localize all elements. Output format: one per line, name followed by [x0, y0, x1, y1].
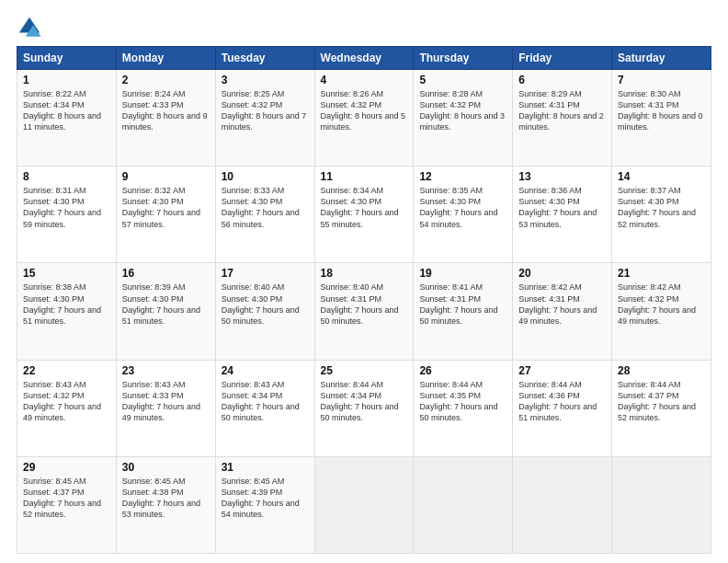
day-cell [414, 456, 513, 553]
day-cell: 29 Sunrise: 8:45 AMSunset: 4:37 PMDaylig… [17, 456, 117, 553]
day-number: 18 [321, 267, 408, 280]
day-info: Sunrise: 8:34 AMSunset: 4:30 PMDaylight:… [321, 185, 408, 230]
header-cell-saturday: Saturday [612, 47, 711, 70]
week-row-5: 29 Sunrise: 8:45 AMSunset: 4:37 PMDaylig… [17, 456, 711, 553]
day-info: Sunrise: 8:39 AMSunset: 4:30 PMDaylight:… [122, 282, 210, 327]
day-info: Sunrise: 8:42 AMSunset: 4:31 PMDaylight:… [518, 282, 606, 327]
week-row-4: 22 Sunrise: 8:43 AMSunset: 4:32 PMDaylig… [17, 360, 711, 456]
day-cell: 23 Sunrise: 8:43 AMSunset: 4:33 PMDaylig… [116, 360, 215, 456]
day-info: Sunrise: 8:40 AMSunset: 4:31 PMDaylight:… [321, 282, 408, 327]
day-number: 25 [321, 364, 408, 377]
day-cell: 4 Sunrise: 8:26 AMSunset: 4:32 PMDayligh… [314, 70, 414, 167]
day-info: Sunrise: 8:45 AMSunset: 4:38 PMDaylight:… [122, 476, 210, 521]
day-number: 10 [222, 170, 309, 183]
day-cell: 5 Sunrise: 8:28 AMSunset: 4:32 PMDayligh… [414, 70, 513, 167]
day-number: 29 [23, 461, 110, 474]
day-cell: 8 Sunrise: 8:31 AMSunset: 4:30 PMDayligh… [17, 167, 117, 263]
day-number: 11 [321, 170, 408, 183]
day-info: Sunrise: 8:43 AMSunset: 4:33 PMDaylight:… [122, 379, 210, 424]
day-number: 12 [419, 170, 506, 183]
header-row: SundayMondayTuesdayWednesdayThursdayFrid… [17, 47, 711, 70]
day-number: 22 [23, 364, 110, 377]
day-info: Sunrise: 8:43 AMSunset: 4:32 PMDaylight:… [23, 379, 110, 424]
week-row-3: 15 Sunrise: 8:38 AMSunset: 4:30 PMDaylig… [17, 263, 711, 360]
day-info: Sunrise: 8:25 AMSunset: 4:32 PMDaylight:… [222, 88, 309, 133]
day-cell: 19 Sunrise: 8:41 AMSunset: 4:31 PMDaylig… [414, 263, 513, 360]
day-number: 9 [122, 170, 210, 183]
day-number: 24 [222, 364, 309, 377]
day-info: Sunrise: 8:32 AMSunset: 4:30 PMDaylight:… [122, 185, 210, 230]
day-number: 20 [518, 267, 606, 280]
calendar-table: SundayMondayTuesdayWednesdayThursdayFrid… [17, 46, 711, 554]
day-cell: 20 Sunrise: 8:42 AMSunset: 4:31 PMDaylig… [513, 263, 612, 360]
day-info: Sunrise: 8:26 AMSunset: 4:32 PMDaylight:… [321, 88, 408, 133]
header [17, 15, 711, 40]
day-number: 19 [419, 267, 506, 280]
day-cell: 13 Sunrise: 8:36 AMSunset: 4:30 PMDaylig… [513, 167, 612, 263]
week-row-1: 1 Sunrise: 8:22 AMSunset: 4:34 PMDayligh… [17, 70, 711, 167]
day-cell: 16 Sunrise: 8:39 AMSunset: 4:30 PMDaylig… [116, 263, 215, 360]
logo-icon [17, 15, 42, 40]
day-cell: 28 Sunrise: 8:44 AMSunset: 4:37 PMDaylig… [612, 360, 711, 456]
day-number: 6 [518, 74, 606, 86]
day-cell: 12 Sunrise: 8:35 AMSunset: 4:30 PMDaylig… [414, 167, 513, 263]
day-number: 23 [122, 364, 210, 377]
day-cell: 6 Sunrise: 8:29 AMSunset: 4:31 PMDayligh… [513, 70, 612, 167]
day-info: Sunrise: 8:29 AMSunset: 4:31 PMDaylight:… [518, 88, 606, 133]
day-cell: 25 Sunrise: 8:44 AMSunset: 4:34 PMDaylig… [314, 360, 414, 456]
logo [17, 15, 46, 40]
day-info: Sunrise: 8:33 AMSunset: 4:30 PMDaylight:… [222, 185, 309, 230]
day-info: Sunrise: 8:44 AMSunset: 4:36 PMDaylight:… [518, 379, 606, 424]
day-number: 1 [23, 74, 110, 86]
day-cell: 18 Sunrise: 8:40 AMSunset: 4:31 PMDaylig… [314, 263, 414, 360]
day-info: Sunrise: 8:28 AMSunset: 4:32 PMDaylight:… [419, 88, 506, 133]
day-cell: 14 Sunrise: 8:37 AMSunset: 4:30 PMDaylig… [612, 167, 711, 263]
day-number: 4 [321, 74, 408, 86]
header-cell-friday: Friday [513, 47, 612, 70]
header-cell-tuesday: Tuesday [215, 47, 314, 70]
day-cell: 3 Sunrise: 8:25 AMSunset: 4:32 PMDayligh… [215, 70, 314, 167]
day-info: Sunrise: 8:42 AMSunset: 4:32 PMDaylight:… [618, 282, 705, 327]
header-cell-thursday: Thursday [414, 47, 513, 70]
calendar-body: 1 Sunrise: 8:22 AMSunset: 4:34 PMDayligh… [17, 70, 711, 554]
day-info: Sunrise: 8:30 AMSunset: 4:31 PMDaylight:… [618, 88, 705, 133]
day-number: 3 [222, 74, 309, 86]
day-info: Sunrise: 8:35 AMSunset: 4:30 PMDaylight:… [419, 185, 506, 230]
day-info: Sunrise: 8:45 AMSunset: 4:37 PMDaylight:… [23, 476, 110, 521]
header-cell-sunday: Sunday [17, 47, 117, 70]
day-number: 27 [518, 364, 606, 377]
day-cell: 26 Sunrise: 8:44 AMSunset: 4:35 PMDaylig… [414, 360, 513, 456]
header-cell-monday: Monday [116, 47, 215, 70]
day-number: 17 [222, 267, 309, 280]
day-number: 15 [23, 267, 110, 280]
day-number: 5 [419, 74, 506, 86]
day-cell: 31 Sunrise: 8:45 AMSunset: 4:39 PMDaylig… [215, 456, 314, 553]
day-cell [612, 456, 711, 553]
header-cell-wednesday: Wednesday [314, 47, 414, 70]
day-cell: 11 Sunrise: 8:34 AMSunset: 4:30 PMDaylig… [314, 167, 414, 263]
day-info: Sunrise: 8:44 AMSunset: 4:35 PMDaylight:… [419, 379, 506, 424]
day-info: Sunrise: 8:40 AMSunset: 4:30 PMDaylight:… [222, 282, 309, 327]
day-info: Sunrise: 8:41 AMSunset: 4:31 PMDaylight:… [419, 282, 506, 327]
day-number: 28 [618, 364, 705, 377]
day-info: Sunrise: 8:37 AMSunset: 4:30 PMDaylight:… [618, 185, 705, 230]
day-number: 30 [122, 461, 210, 474]
day-cell: 2 Sunrise: 8:24 AMSunset: 4:33 PMDayligh… [116, 70, 215, 167]
day-number: 26 [419, 364, 506, 377]
day-cell: 1 Sunrise: 8:22 AMSunset: 4:34 PMDayligh… [17, 70, 117, 167]
day-number: 16 [122, 267, 210, 280]
day-number: 13 [518, 170, 606, 183]
day-info: Sunrise: 8:36 AMSunset: 4:30 PMDaylight:… [518, 185, 606, 230]
day-cell: 7 Sunrise: 8:30 AMSunset: 4:31 PMDayligh… [612, 70, 711, 167]
day-number: 31 [222, 461, 309, 474]
day-info: Sunrise: 8:38 AMSunset: 4:30 PMDaylight:… [23, 282, 110, 327]
day-cell [314, 456, 414, 553]
day-number: 21 [618, 267, 705, 280]
day-info: Sunrise: 8:24 AMSunset: 4:33 PMDaylight:… [122, 88, 210, 133]
day-number: 7 [618, 74, 705, 86]
day-info: Sunrise: 8:43 AMSunset: 4:34 PMDaylight:… [222, 379, 309, 424]
day-info: Sunrise: 8:44 AMSunset: 4:34 PMDaylight:… [321, 379, 408, 424]
day-cell: 15 Sunrise: 8:38 AMSunset: 4:30 PMDaylig… [17, 263, 117, 360]
day-cell [513, 456, 612, 553]
day-info: Sunrise: 8:22 AMSunset: 4:34 PMDaylight:… [23, 88, 110, 133]
